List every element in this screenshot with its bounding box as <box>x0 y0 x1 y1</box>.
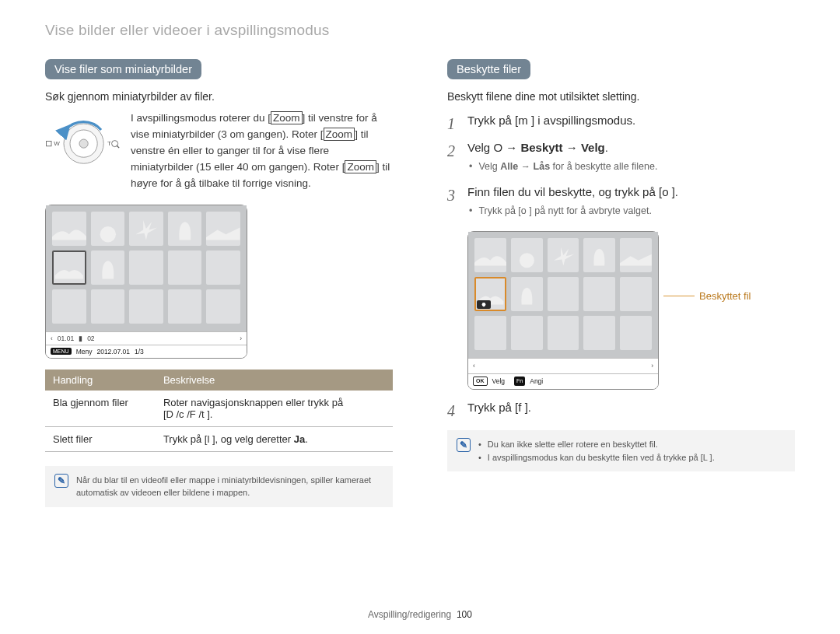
info-icon: ✎ <box>457 438 471 452</box>
zoom-dial-illustration: W T <box>45 110 120 192</box>
lock-icon <box>477 300 491 309</box>
thumb <box>474 238 506 272</box>
thumb-selected-protected <box>474 277 506 311</box>
info-icon: ✎ <box>54 474 68 488</box>
thumb <box>206 212 240 246</box>
substep-3: Trykk på [o ] på nytt for å avbryte valg… <box>469 204 795 219</box>
chevron-right-icon: › <box>240 335 242 342</box>
protect-grid-statusbar-bottom: OK Velg Fn Angi <box>468 373 658 389</box>
fn-button-icon: Fn <box>514 377 525 387</box>
td-browse-files: Bla gjennom filer <box>45 391 156 427</box>
grid-statusbar-bottom: MENU Meny 2012.07.01 1/3 <box>46 345 247 358</box>
td-delete-files: Slett filer <box>45 426 156 451</box>
step-3: Finn filen du vil beskytte, og trykk på … <box>447 184 795 390</box>
svg-rect-3 <box>47 141 51 145</box>
O-key: O <box>493 141 502 154</box>
svg-rect-11 <box>483 305 484 307</box>
zoom-key-1: Zoom <box>271 111 303 124</box>
page-footer: Avspilling/redigering 100 <box>0 609 840 620</box>
thumb <box>620 238 652 272</box>
left-column: Vise filer som miniatyrbilder Søk gjenno… <box>45 59 393 507</box>
protect-grid-statusbar-top: ‹ › <box>468 358 658 373</box>
ok-button-icon: OK <box>473 377 488 387</box>
svg-point-2 <box>79 139 88 148</box>
th-beskrivelse: Beskrivelse <box>156 370 393 391</box>
thumb <box>620 316 652 350</box>
td-delete-desc: Trykk på [l ], og velg deretter Ja. <box>156 426 393 451</box>
thumb <box>620 277 652 311</box>
thumb <box>52 289 86 324</box>
note-right: ✎ •Du kan ikke slette eller rotere en be… <box>447 430 795 471</box>
section-pill-thumbs: Vise filer som miniatyrbilder <box>45 59 201 79</box>
zoom-key-3: Zoom <box>345 160 376 173</box>
thumb-selected <box>52 250 86 285</box>
intro-left: Søk gjennom miniatyrbilder av filer. <box>45 90 393 103</box>
section-pill-protect: Beskytte filer <box>447 59 530 79</box>
m-key: m <box>518 114 528 127</box>
thumb <box>511 316 543 350</box>
thumb <box>583 238 615 272</box>
td-browse-desc: Roter navigasjonsknappen eller trykk på … <box>156 391 393 427</box>
thumb <box>129 212 163 246</box>
svg-line-7 <box>117 145 119 148</box>
step-4: Trykk på [f ]. <box>447 399 795 417</box>
svg-text:W: W <box>54 140 60 147</box>
svg-point-8 <box>100 226 115 242</box>
thumb <box>583 277 615 311</box>
thumb <box>91 289 125 324</box>
thumb <box>206 250 240 285</box>
thumb <box>206 289 240 324</box>
substep-2: Velg Alle → Lås for å beskytte alle file… <box>469 159 795 174</box>
chevron-left-icon: ‹ <box>51 335 53 342</box>
steps-list: Trykk på [m ] i avspillingsmodus. Velg O… <box>447 112 795 416</box>
thumb <box>129 250 163 285</box>
thumb <box>168 250 202 285</box>
protected-file-label: Beskyttet fil <box>699 289 751 304</box>
chevron-left-icon: ‹ <box>473 361 475 371</box>
thumb <box>548 277 579 311</box>
note-left: ✎ Når du blar til en videofil eller mapp… <box>45 466 393 507</box>
thumb <box>583 316 615 350</box>
thumb <box>511 238 543 272</box>
th-handling: Handling <box>45 370 156 391</box>
chevron-right-icon: › <box>651 361 653 371</box>
svg-point-9 <box>520 253 534 268</box>
dial-paragraph: I avspillingsmodus roterer du [Zoom] til… <box>131 110 393 192</box>
breadcrumb: Vise bilder eller videoer i avspillingsm… <box>45 22 795 39</box>
menu-button-icon: MENU <box>51 348 72 355</box>
thumb <box>168 212 202 246</box>
thumb <box>168 289 202 324</box>
thumb <box>52 212 86 246</box>
grid-statusbar-top: ‹ 01.01 ▮ 02 › <box>46 331 247 345</box>
step-1: Trykk på [m ] i avspillingsmodus. <box>447 112 795 130</box>
thumb <box>474 316 506 350</box>
thumb <box>548 238 579 272</box>
step-2: Velg O → Beskytt → Velg. Velg Alle → Lås… <box>447 139 795 174</box>
dial-row: W T I avspillingsmodus roterer du [Zoom]… <box>45 110 393 192</box>
folder-icon: ▮ <box>79 335 82 342</box>
svg-text:T: T <box>107 140 111 147</box>
thumb <box>91 250 125 285</box>
intro-right: Beskytt filene dine mot utilsiktet slett… <box>447 90 795 103</box>
thumb <box>91 212 125 246</box>
right-column: Beskytte filer Beskytt filene dine mot u… <box>447 59 795 507</box>
thumb <box>548 316 579 350</box>
thumb <box>511 277 543 311</box>
zoom-key-2: Zoom <box>324 128 355 141</box>
actions-table: Handling Beskrivelse Bla gjennom filer R… <box>45 370 393 452</box>
thumb <box>129 289 163 324</box>
camera-thumbnail-grid: ‹ 01.01 ▮ 02 › MENU Meny 2012.07.01 1/3 <box>45 205 247 359</box>
camera-protect-grid: ‹ › OK Velg Fn Angi <box>467 231 659 390</box>
